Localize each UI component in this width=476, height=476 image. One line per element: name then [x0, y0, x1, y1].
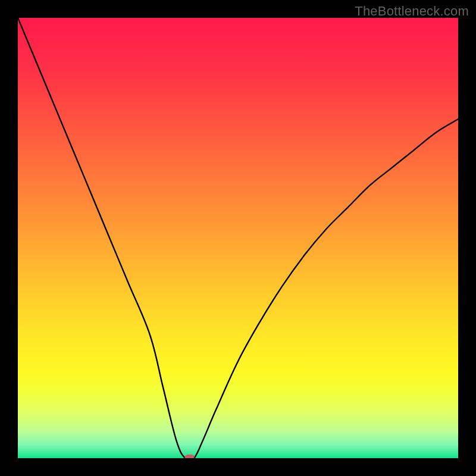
chart-svg: [18, 18, 458, 458]
gradient-background: [18, 18, 458, 458]
watermark-text: TheBottleneck.com: [355, 4, 469, 19]
chart-frame: TheBottleneck.com: [0, 0, 476, 476]
plot-area: [18, 18, 458, 458]
optimum-marker: [185, 455, 195, 458]
